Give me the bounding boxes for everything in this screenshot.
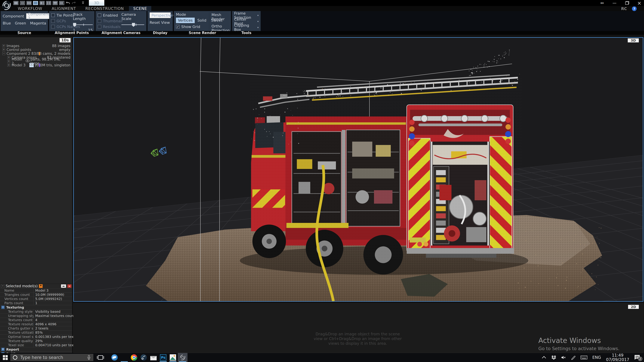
property-row-texture-utilization-wit-[interactable]: Texture utilization (wit...85% xyxy=(0,330,72,335)
property-row-texture-resolution[interactable]: Texture resolution4096 x 4096 xyxy=(0,322,72,326)
tree-expander-icon[interactable]: + xyxy=(8,64,10,66)
visibility-eye-icon[interactable] xyxy=(29,63,34,67)
search-box[interactable] xyxy=(10,354,93,361)
span-monitors-button[interactable]: ↔ xyxy=(598,0,607,6)
start-button[interactable] xyxy=(0,353,10,362)
property-row-charts-gutter-size[interactable]: Charts gutter size2 texels xyxy=(0,326,72,330)
taskbar-app-photoshop[interactable]: Ps xyxy=(158,353,168,362)
touch-keyboard-icon[interactable] xyxy=(580,355,587,360)
collapse-ribbon-icon[interactable] xyxy=(82,1,85,5)
dock-panel-icon[interactable]: ◄► xyxy=(61,284,66,288)
viewport-3d[interactable]: 3D xyxy=(73,37,643,302)
tree-item-model-2[interactable]: +Model 2parts, 98.2M tris, large xyxy=(0,59,72,63)
show-hidden-icons[interactable] xyxy=(542,355,546,360)
collapse-panel-icon[interactable]: − xyxy=(1,284,4,288)
viewport-2d-tab[interactable]: 2D xyxy=(628,305,639,309)
layout-horizontal-split-icon[interactable] xyxy=(33,1,38,5)
taskbar-app-thunderbird[interactable] xyxy=(110,353,120,362)
language-indicator[interactable]: ENG xyxy=(592,355,601,360)
tree-item-control-points[interactable]: +Control pointsempty xyxy=(0,48,72,52)
taskbar-app-realitycapture[interactable] xyxy=(178,353,188,362)
tree-expander-icon[interactable]: − xyxy=(2,52,5,55)
tab-scene[interactable]: SCENE xyxy=(129,6,152,11)
property-row-parts-count[interactable]: Parts count1 xyxy=(0,301,72,305)
checkbox-residuals[interactable]: Residuals xyxy=(98,24,122,29)
floating-3d-tab[interactable]: 3D xyxy=(89,0,104,6)
color-button-magenta[interactable]: Magenta xyxy=(30,21,46,25)
checkbox-thumbnail[interactable]: Thumbnail xyxy=(98,18,122,24)
property-row-vertices-count[interactable]: Vertices count5.0M (4999242) xyxy=(0,297,72,301)
tree-expander-icon[interactable]: + xyxy=(8,56,10,59)
clock[interactable]: 11:49 07/09/2017 xyxy=(606,353,629,362)
layout-left-main-icon[interactable] xyxy=(40,1,44,5)
pin-icon[interactable] xyxy=(39,284,42,288)
undo-icon[interactable] xyxy=(66,1,70,5)
property-row-texturing-style[interactable]: Texturing styleVisibility based xyxy=(0,309,72,314)
checkbox-enabled[interactable]: Enabled xyxy=(98,12,122,18)
color-button-blue[interactable]: Blue xyxy=(3,21,11,25)
taskbar-app-chrome[interactable] xyxy=(129,353,139,362)
property-section-report[interactable]: +Report xyxy=(0,347,72,352)
dropbox-icon[interactable] xyxy=(552,355,556,360)
property-row-texture-quality[interactable]: Texture quality29% xyxy=(0,339,72,343)
property-row-triangles-count[interactable]: Triangles count10.0M (9999999) xyxy=(0,293,72,297)
tree-expander-icon[interactable]: + xyxy=(8,60,10,63)
property-row-unwrapping-style[interactable]: Unwrapping styleMaximal textures count xyxy=(0,314,72,318)
property-section-texturing[interactable]: −Texturing xyxy=(0,305,72,309)
search-input[interactable] xyxy=(20,355,84,360)
projection-dropdown[interactable]: Perspective▾ xyxy=(150,12,171,18)
section-expander-icon[interactable]: − xyxy=(1,306,4,309)
redo-icon[interactable] xyxy=(72,1,76,5)
close-button[interactable]: × xyxy=(634,0,644,6)
tab-workflow[interactable]: WORKFLOW xyxy=(14,6,46,11)
taskbar-app-steam[interactable] xyxy=(139,353,148,362)
taskbar-app-mail[interactable] xyxy=(148,353,158,362)
color-button-green[interactable]: Green xyxy=(15,21,26,25)
tab-reconstruction[interactable]: RECONSTRUCTION xyxy=(81,6,128,11)
tree-item-images[interactable]: +Images88 images xyxy=(0,44,72,48)
viewport-2d[interactable]: 2D Drag&Drop an image object from the sc… xyxy=(73,303,643,353)
layout-bottom-strip-icon[interactable] xyxy=(53,1,58,5)
property-row-textures-count[interactable]: Textures count4 xyxy=(0,318,72,322)
action-center-icon[interactable]: 2 xyxy=(634,355,641,360)
windows-ink-icon[interactable] xyxy=(571,355,576,360)
volume-muted-icon[interactable] xyxy=(561,355,566,360)
property-row-name[interactable]: NameModel 3 xyxy=(0,288,72,293)
layout-single-icon[interactable] xyxy=(14,1,18,5)
clipping-box-button[interactable]: Clipping Box▾ xyxy=(234,24,258,30)
taskbar-app-photos[interactable] xyxy=(168,353,178,362)
component-dropdown[interactable]: Component 2▾ xyxy=(26,13,52,19)
layout-grid-icon[interactable] xyxy=(59,1,64,5)
taskbar-app-file-explorer[interactable] xyxy=(120,353,129,362)
layout-quad-icon[interactable] xyxy=(46,1,51,5)
viewport-3d-tab[interactable]: 3D xyxy=(628,38,639,42)
camera-scale-slider[interactable] xyxy=(122,22,144,27)
scene-tree-panel: 1Ds +Images88 images+Control pointsempty… xyxy=(0,37,72,284)
point-cloud-scene[interactable] xyxy=(74,38,643,301)
help-icon[interactable]: ? xyxy=(632,6,636,11)
restore-button[interactable] xyxy=(622,0,632,6)
section-expander-icon[interactable]: + xyxy=(1,348,4,351)
microphone-icon[interactable] xyxy=(87,355,91,360)
mode-button-solid[interactable]: Solid xyxy=(196,17,208,23)
tab-alignment[interactable]: ALIGNMENT xyxy=(47,6,80,11)
close-panel-icon[interactable]: × xyxy=(68,284,72,288)
layout-columns-icon[interactable] xyxy=(20,1,25,5)
minimize-button[interactable]: — xyxy=(610,0,619,6)
task-view-button[interactable] xyxy=(96,353,105,362)
layout-two-pane-icon[interactable] xyxy=(26,1,32,5)
tree-expander-icon[interactable]: + xyxy=(2,48,5,51)
mode-button-vertices[interactable]: Vertices xyxy=(176,17,195,23)
mesh-render-button[interactable]: Mesh Render xyxy=(212,13,231,21)
visibility-eye-icon[interactable] xyxy=(26,59,30,63)
property-row-texel-size[interactable]: Texel size0.004710 units per texel xyxy=(0,343,72,347)
point-cloud-fire-truck[interactable] xyxy=(240,75,528,301)
reset-view-button[interactable]: Reset View xyxy=(150,20,171,25)
tab-1ds[interactable]: 1Ds xyxy=(60,38,70,42)
track-length-slider[interactable] xyxy=(73,22,93,27)
checkbox-show-grid[interactable]: ✓Show Grid xyxy=(176,24,208,29)
tree-item-component-2[interactable]: −Component 283/88 cams, 2 models xyxy=(0,52,72,55)
tree-item-model-3[interactable]: +Model 310.0M tris, singleton xyxy=(0,63,72,67)
property-row-optimal-texel-size[interactable]: Optimal texel size0.001383 units per tex… xyxy=(0,335,72,339)
tree-expander-icon[interactable]: + xyxy=(2,44,5,47)
